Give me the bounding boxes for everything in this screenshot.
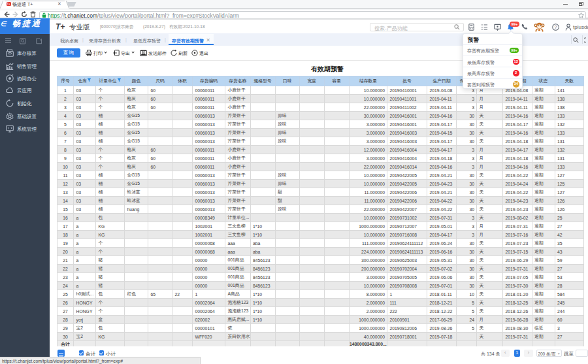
svg-text:?: ? [555,25,557,29]
